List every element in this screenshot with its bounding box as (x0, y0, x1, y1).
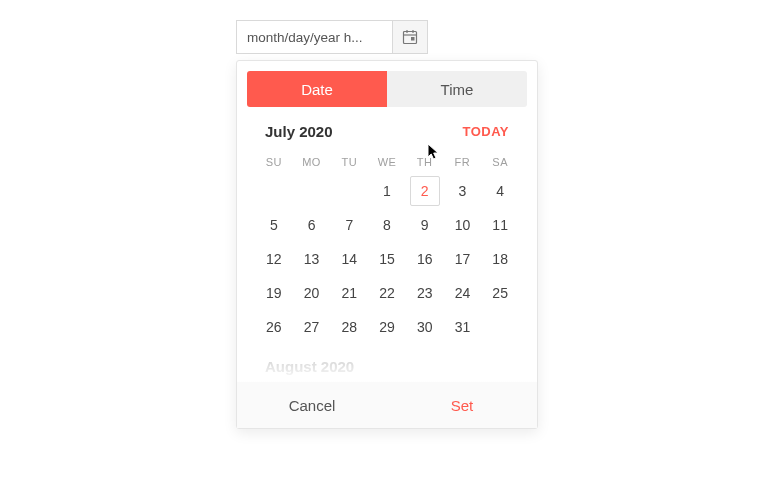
svg-rect-0 (404, 32, 417, 44)
day-cell[interactable]: 11 (481, 208, 519, 242)
set-button[interactable]: Set (387, 382, 537, 428)
day-cell[interactable]: 20 (293, 276, 331, 310)
day-cell[interactable]: 24 (444, 276, 482, 310)
day-cell[interactable]: 12 (255, 242, 293, 276)
week-row: 26 27 28 29 30 31 (237, 310, 537, 344)
day-cell[interactable]: 14 (330, 242, 368, 276)
day-cell[interactable]: 15 (368, 242, 406, 276)
day-cell[interactable]: 1 (368, 174, 406, 208)
day-cell[interactable]: 26 (255, 310, 293, 344)
month-label[interactable]: July 2020 (265, 123, 333, 140)
day-cell[interactable]: 10 (444, 208, 482, 242)
day-cell[interactable]: 16 (406, 242, 444, 276)
dow-su: SU (255, 150, 293, 174)
day-cell[interactable]: 22 (368, 276, 406, 310)
week-row: 19 20 21 22 23 24 25 (237, 276, 537, 310)
day-cell[interactable]: 5 (255, 208, 293, 242)
day-cell (293, 174, 331, 208)
svg-rect-4 (411, 37, 415, 41)
day-cell (255, 174, 293, 208)
day-cell (481, 310, 519, 344)
action-bar: Cancel Set (237, 381, 537, 428)
day-cell[interactable]: 27 (293, 310, 331, 344)
datetime-input-row (236, 20, 538, 54)
cancel-button[interactable]: Cancel (237, 382, 387, 428)
calendar-icon (402, 29, 418, 45)
day-cell[interactable]: 13 (293, 242, 331, 276)
day-cell[interactable]: 21 (330, 276, 368, 310)
day-cell[interactable]: 7 (330, 208, 368, 242)
day-cell[interactable]: 17 (444, 242, 482, 276)
day-cell[interactable]: 29 (368, 310, 406, 344)
datetime-input[interactable] (236, 20, 392, 54)
dow-tu: TU (330, 150, 368, 174)
dow-mo: MO (293, 150, 331, 174)
mode-tabs: Date Time (237, 61, 537, 117)
dow-fr: FR (444, 150, 482, 174)
day-cell[interactable]: 3 (444, 174, 482, 208)
day-cell[interactable]: 25 (481, 276, 519, 310)
datetime-popup: Date Time July 2020 TODAY SU MO TU WE TH… (236, 60, 538, 429)
day-of-week-row: SU MO TU WE TH FR SA (237, 150, 537, 174)
dow-sa: SA (481, 150, 519, 174)
today-button[interactable]: TODAY (462, 124, 509, 139)
dow-we: WE (368, 150, 406, 174)
next-month-label: August 2020 (237, 344, 537, 381)
day-cell (330, 174, 368, 208)
day-cell[interactable]: 8 (368, 208, 406, 242)
calendar-toggle-button[interactable] (392, 20, 428, 54)
day-cell[interactable]: 9 (406, 208, 444, 242)
day-cell[interactable]: 4 (481, 174, 519, 208)
day-cell[interactable]: 23 (406, 276, 444, 310)
day-cell[interactable]: 18 (481, 242, 519, 276)
month-header: July 2020 TODAY (237, 117, 537, 150)
dow-th: TH (406, 150, 444, 174)
day-cell[interactable]: 6 (293, 208, 331, 242)
day-cell[interactable]: 31 (444, 310, 482, 344)
week-row: 5 6 7 8 9 10 11 (237, 208, 537, 242)
day-cell[interactable]: 19 (255, 276, 293, 310)
week-row: 12 13 14 15 16 17 18 (237, 242, 537, 276)
tab-date[interactable]: Date (247, 71, 387, 107)
day-cell-today[interactable]: 2 (406, 174, 444, 208)
day-cell[interactable]: 30 (406, 310, 444, 344)
week-row: 1 2 3 4 (237, 174, 537, 208)
tab-time[interactable]: Time (387, 71, 527, 107)
day-cell[interactable]: 28 (330, 310, 368, 344)
